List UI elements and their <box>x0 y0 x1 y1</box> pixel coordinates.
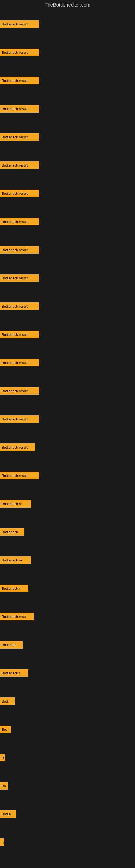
bars-container: Bottleneck resultBottleneck resultBottle… <box>0 10 135 856</box>
row-wrapper: Bottleneck result <box>0 405 135 433</box>
bottleneck-bar[interactable]: Bottleneck re <box>0 556 31 564</box>
bottleneck-bar[interactable]: n <box>0 838 4 846</box>
bottleneck-bar[interactable]: Bottleneck resu <box>0 613 34 620</box>
row-wrapper: Bottleneck r <box>0 574 135 602</box>
row-wrapper: Bottleneck resu <box>0 602 135 631</box>
bottleneck-bar[interactable]: Bottleneck re <box>0 500 31 507</box>
site-title: TheBottlenecker.com <box>0 0 135 10</box>
row-wrapper: Bottleneck result <box>0 10 135 38</box>
row-wrapper: Bo <box>0 772 135 800</box>
row-wrapper: Bottleneck result <box>0 66 135 95</box>
bottleneck-bar[interactable]: Bottleneck result <box>0 472 39 479</box>
bottleneck-bar[interactable]: Bottleneck result <box>0 443 35 451</box>
bottleneck-bar[interactable]: Bottleneck result <box>0 49 39 56</box>
bottleneck-bar[interactable]: Bottleneck result <box>0 161 39 169</box>
row-wrapper: Bottlenec <box>0 631 135 659</box>
bottleneck-bar[interactable]: Bottleneck result <box>0 415 39 423</box>
bottleneck-bar[interactable]: Bottle <box>0 810 16 818</box>
bottleneck-bar[interactable]: Bottleneck result <box>0 218 39 225</box>
bottleneck-bar[interactable]: Bottleneck result <box>0 77 39 84</box>
row-wrapper: Bottle <box>0 800 135 828</box>
row-wrapper: Bottleneck result <box>0 348 135 377</box>
bottleneck-bar[interactable]: Bottleneck result <box>0 190 39 197</box>
bottleneck-bar[interactable]: Bottleneck result <box>0 387 39 395</box>
bottleneck-bar[interactable]: Bottleneck r <box>0 585 28 592</box>
row-wrapper: Bottleneck result <box>0 38 135 66</box>
bottleneck-bar[interactable]: B <box>0 754 5 762</box>
bottleneck-bar[interactable]: Bottleneck result <box>0 20 39 28</box>
bottleneck-bar[interactable]: Bottleneck result <box>0 331 39 338</box>
row-wrapper: B <box>0 744 135 772</box>
row-wrapper: Bot <box>0 715 135 744</box>
bottleneck-bar[interactable]: Bottlenec <box>0 641 23 649</box>
row-wrapper: n <box>0 828 135 856</box>
row-wrapper: Bottleneck result <box>0 151 135 179</box>
row-wrapper: Bottleneck result <box>0 236 135 264</box>
row-wrapper: Bottleneck re <box>0 490 135 518</box>
row-wrapper: Bottleneck result <box>0 461 135 490</box>
bottleneck-bar[interactable]: Bottleneck result <box>0 274 39 282</box>
bottleneck-bar[interactable]: Bottleneck result <box>0 133 39 141</box>
bottleneck-bar[interactable]: Bottleneck r <box>0 669 28 677</box>
page-wrapper: TheBottlenecker.com Bottleneck resultBot… <box>0 0 135 856</box>
row-wrapper: Bottleneck result <box>0 320 135 348</box>
row-wrapper: Bottleneck result <box>0 123 135 151</box>
row-wrapper: Bottleneck result <box>0 377 135 405</box>
bottleneck-bar[interactable]: Bottleneck result <box>0 246 39 254</box>
bottleneck-bar[interactable]: Bottl <box>0 698 15 705</box>
bottleneck-bar[interactable]: Bottleneck result <box>0 105 39 113</box>
row-wrapper: Bottleneck result <box>0 292 135 320</box>
row-wrapper: Bottleneck result <box>0 208 135 236</box>
bottleneck-bar[interactable]: Bot <box>0 725 11 733</box>
row-wrapper: Bottl <box>0 687 135 715</box>
bottleneck-bar[interactable]: Bottleneck <box>0 528 24 536</box>
row-wrapper: Bottleneck re <box>0 546 135 574</box>
bottleneck-bar[interactable]: Bottleneck result <box>0 359 39 367</box>
row-wrapper: Bottleneck <box>0 518 135 546</box>
bottleneck-bar[interactable]: Bo <box>0 782 8 789</box>
row-wrapper: Bottleneck result <box>0 264 135 292</box>
row-wrapper: Bottleneck result <box>0 179 135 208</box>
bottleneck-bar[interactable]: Bottleneck result <box>0 303 39 310</box>
row-wrapper: Bottleneck r <box>0 659 135 687</box>
row-wrapper: Bottleneck result <box>0 433 135 461</box>
row-wrapper: Bottleneck result <box>0 95 135 123</box>
